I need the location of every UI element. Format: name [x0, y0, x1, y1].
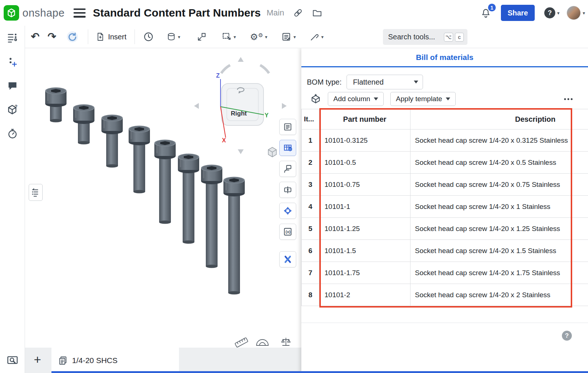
screw-part[interactable] [73, 104, 94, 145]
viewcube-up-arrow[interactable] [238, 57, 244, 62]
versions-history-button[interactable] [143, 31, 154, 42]
notification-badge: 1 [488, 4, 496, 11]
chevron-down-icon[interactable]: ▾ [582, 10, 585, 16]
bom-type-row: BOM type: Flattened [307, 75, 423, 89]
stopwatch-icon [7, 128, 18, 139]
table-row[interactable]: 210101-0.5Socket head cap screw 1/4-20 x… [302, 152, 588, 174]
description-column-header[interactable]: Description [410, 109, 588, 129]
bom-help-button[interactable]: ? [562, 331, 572, 341]
part-help-button[interactable]: ? [6, 103, 19, 117]
more-options-icon[interactable] [563, 95, 573, 103]
bom-list-button[interactable] [279, 119, 296, 135]
viewcube-left-arrow[interactable] [194, 103, 199, 109]
rotate-update-button[interactable] [66, 30, 79, 43]
measure-tools-dropdown[interactable]: ▾ [309, 32, 324, 42]
table-row[interactable]: 410101-1Socket head cap screw 1/4-20 x 1… [302, 196, 588, 218]
chevron-down-icon[interactable]: ▾ [557, 10, 560, 16]
table-row[interactable]: 310101-0.75Socket head cap screw 1/4-20 … [302, 174, 588, 196]
workspace-name[interactable]: Main [267, 8, 284, 18]
item-column-header[interactable]: It... [302, 109, 319, 129]
mate-connector-button[interactable] [6, 55, 19, 69]
assembly-tree-toggle-button[interactable] [29, 184, 43, 201]
apply-template-button[interactable]: Apply template [390, 92, 456, 106]
protractor-icon[interactable] [257, 340, 268, 345]
add-column-button[interactable]: Add column [328, 92, 384, 106]
search-tools-input[interactable]: Search tools... ⌥ c [383, 29, 467, 45]
share-button[interactable]: Share [501, 5, 535, 21]
search-placeholder: Search tools... [388, 33, 442, 41]
new-tab-button[interactable]: + [30, 352, 45, 367]
comments-button[interactable] [6, 79, 19, 93]
viewcube-rotate-arrow[interactable] [221, 65, 230, 73]
avatar[interactable] [567, 6, 581, 20]
viewcube-right-arrow[interactable] [282, 103, 287, 109]
screw-part[interactable] [129, 126, 150, 193]
screw-part[interactable] [101, 115, 123, 168]
notifications-button[interactable]: 1 [480, 7, 491, 18]
tab-assembly[interactable]: 1/4-20 SHCS [51, 348, 179, 373]
screw-part[interactable] [178, 154, 199, 244]
ruler-icon[interactable] [235, 338, 248, 348]
insert-part-button[interactable] [279, 161, 296, 177]
viewcube-rotate-arrow[interactable] [260, 65, 269, 73]
help-button[interactable]: ? [544, 7, 555, 18]
marquee-select-icon [222, 32, 232, 42]
viewport-canvas[interactable]: Z Y X Right [25, 48, 301, 348]
search-features-button[interactable] [6, 354, 19, 368]
transform-button[interactable] [197, 32, 207, 42]
add-column-label: Add column [333, 95, 370, 103]
screw-part[interactable] [154, 140, 176, 224]
part-number-cell: 10101-0.5 [319, 152, 410, 174]
bom-panel-title[interactable]: Bill of materials [301, 48, 588, 67]
screw-parts[interactable] [45, 88, 245, 295]
table-row[interactable]: 610101-1.5Socket head cap screw 1/4-20 x… [302, 240, 588, 262]
undo-button[interactable]: ↶ [31, 32, 39, 42]
option-keycap: ⌥ [444, 33, 453, 42]
stopwatch-button[interactable] [6, 127, 19, 141]
table-row[interactable]: 810101-2Socket head cap screw 1/4-20 x 2… [302, 284, 588, 306]
plus-icon: + [34, 352, 41, 367]
exploded-view-button[interactable] [279, 203, 296, 219]
bom-type-value: Flattened [353, 78, 414, 86]
drawing-tools-dropdown[interactable]: ▾ [281, 32, 296, 42]
table-row[interactable]: 110101-0.3125Socket head cap screw 1/4-2… [302, 129, 588, 152]
viewcube-down-arrow[interactable] [238, 149, 244, 154]
screw-part[interactable] [223, 177, 245, 295]
3d-viewport[interactable]: Z Y X Right [25, 48, 301, 348]
description-cell: Socket head cap screw 1/4-20 x 1.75 Stai… [410, 262, 588, 284]
menu-icon[interactable] [74, 8, 86, 18]
insert-button[interactable]: Insert [96, 32, 126, 42]
export-x-button[interactable] [279, 251, 296, 267]
assembly-tools-dropdown[interactable]: ⚙⚙ ▾ [250, 32, 267, 42]
features-list-button[interactable] [6, 31, 19, 45]
left-toolbar: ? [0, 26, 25, 373]
screw-part[interactable] [45, 88, 67, 122]
primitive-tools-dropdown[interactable]: ▾ [166, 32, 180, 42]
part-number-cell: 10101-2 [319, 284, 410, 306]
select-tools-dropdown[interactable]: ▾ [222, 32, 236, 42]
section-view-button[interactable] [279, 182, 296, 198]
fx-icon: (x) [283, 227, 293, 237]
insert-label: Insert [108, 33, 126, 41]
bom-type-dropdown[interactable]: Flattened [347, 75, 423, 89]
part-number-column-header[interactable]: Part number [319, 109, 410, 129]
screw-part[interactable] [201, 165, 222, 268]
bom-table: It... Part number Description 110101-0.3… [301, 109, 588, 306]
bom-table-button[interactable] [279, 140, 296, 156]
description-text: Socket head cap screw 1/4-20 x 2 Stainle… [415, 291, 572, 299]
table-row[interactable]: 510101-1.25Socket head cap screw 1/4-20 … [302, 218, 588, 240]
header-right-cluster: 1 Share ? ▾ ▾ [480, 5, 585, 21]
exploded-view-icon [283, 206, 293, 216]
iso-view-icon[interactable] [268, 148, 276, 157]
description-text: Socket head cap screw 1/4-20 x 1 Stainle… [415, 203, 572, 211]
configurations-button[interactable]: (x) [279, 224, 296, 240]
folder-icon[interactable] [312, 8, 322, 18]
bom-type-label: BOM type: [307, 78, 341, 86]
redo-button[interactable]: ↷ [47, 32, 56, 42]
scale-icon[interactable] [282, 338, 290, 345]
onshape-logo[interactable]: onshape [4, 5, 65, 21]
view-cube[interactable]: Z Y X Right [194, 57, 287, 157]
flattened-box-icon[interactable] [310, 93, 321, 104]
link-icon[interactable] [293, 8, 303, 18]
table-row[interactable]: 710101-1.75Socket head cap screw 1/4-20 … [302, 262, 588, 284]
